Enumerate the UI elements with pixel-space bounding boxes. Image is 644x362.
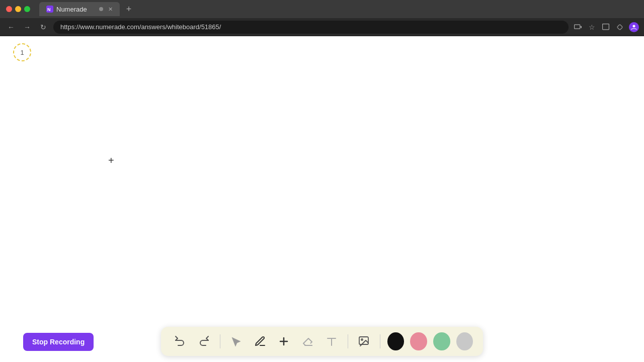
refresh-button[interactable]: ↻ (37, 21, 49, 33)
url-input[interactable] (53, 21, 569, 34)
divider-2 (348, 334, 348, 348)
profile-icon[interactable] (629, 22, 639, 32)
add-tool-button[interactable] (275, 332, 293, 351)
maximize-button[interactable] (24, 6, 30, 12)
divider-3 (380, 334, 380, 348)
stop-recording-button[interactable]: Stop Recording (23, 333, 94, 351)
tab-close-button[interactable]: ✕ (108, 6, 113, 13)
text-tool-button[interactable] (323, 332, 340, 351)
forward-button[interactable]: → (21, 21, 33, 33)
drawing-toolbar (161, 327, 483, 356)
svg-text:N: N (47, 7, 51, 12)
page-indicator: 1 (13, 43, 31, 61)
screen-record-icon[interactable] (573, 22, 583, 32)
svg-rect-2 (575, 25, 580, 29)
traffic-lights (6, 6, 30, 12)
tab-audio-dot (99, 7, 103, 11)
image-tool-button[interactable] (355, 332, 373, 351)
undo-button[interactable] (171, 332, 189, 351)
extension-icon[interactable] (615, 22, 625, 32)
color-pink[interactable] (410, 332, 427, 350)
redo-button[interactable] (195, 332, 212, 351)
close-button[interactable] (6, 6, 12, 12)
page-number: 1 (20, 49, 24, 56)
eraser-tool-button[interactable] (299, 332, 316, 351)
color-green[interactable] (433, 332, 450, 350)
address-bar: ← → ↻ ☆ (0, 18, 644, 36)
cursor-crosshair: + (108, 155, 114, 165)
browser-frame: N Numerade ✕ + ← → ↻ ☆ (0, 0, 644, 362)
active-tab[interactable]: N Numerade ✕ (39, 2, 120, 16)
select-tool-button[interactable] (227, 332, 245, 351)
tab-favicon-icon: N (46, 6, 53, 13)
new-tab-button[interactable]: + (123, 3, 135, 15)
tab-label: Numerade (56, 6, 96, 13)
color-black[interactable] (387, 332, 405, 350)
tab-bar: N Numerade ✕ + (39, 2, 638, 16)
svg-point-12 (361, 339, 363, 340)
title-bar: N Numerade ✕ + (0, 0, 644, 18)
color-gray[interactable] (456, 332, 473, 350)
minimize-button[interactable] (15, 6, 21, 12)
divider-1 (220, 334, 220, 348)
window-icon[interactable] (601, 22, 611, 32)
pen-tool-button[interactable] (251, 332, 269, 351)
browser-toolbar-icons: ☆ (573, 22, 639, 32)
svg-point-5 (633, 25, 635, 27)
whiteboard-canvas[interactable]: 1 + Stop Recording (0, 36, 644, 362)
star-icon[interactable]: ☆ (587, 22, 597, 32)
back-button[interactable]: ← (5, 21, 17, 33)
svg-rect-4 (603, 24, 609, 29)
svg-rect-11 (359, 337, 368, 344)
